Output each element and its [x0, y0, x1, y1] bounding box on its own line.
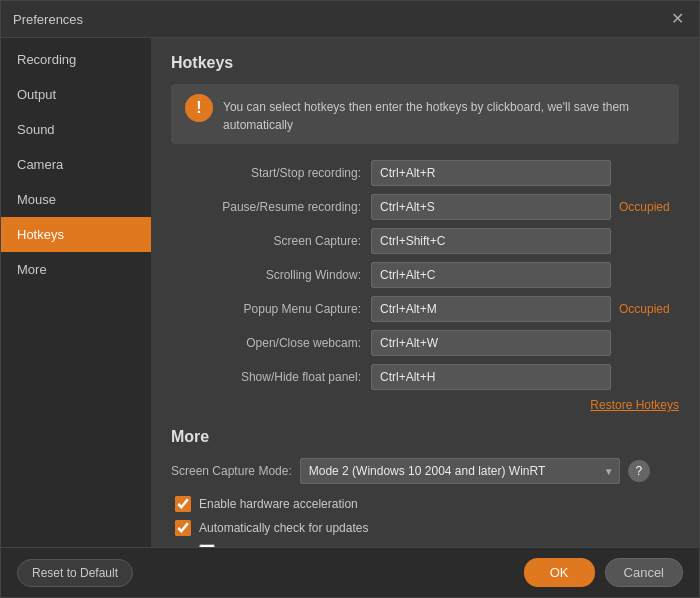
help-button[interactable]: ? [628, 460, 650, 482]
checkbox-hw-accel[interactable] [175, 496, 191, 512]
hotkey-label-float-panel: Show/Hide float panel: [171, 370, 371, 384]
hotkey-input-scrolling-window[interactable] [371, 262, 611, 288]
info-text: You can select hotkeys then enter the ho… [223, 94, 665, 134]
info-icon: ! [185, 94, 213, 122]
cancel-button[interactable]: Cancel [605, 558, 683, 587]
content-area: Hotkeys ! You can select hotkeys then en… [151, 38, 699, 547]
hotkey-input-pause-resume[interactable] [371, 194, 611, 220]
hotkey-label-start-stop: Start/Stop recording: [171, 166, 371, 180]
main-layout: Recording Output Sound Camera Mouse Hotk… [1, 38, 699, 547]
bottom-bar: Reset to Default OK Cancel [1, 547, 699, 597]
preferences-dialog: Preferences ✕ Recording Output Sound Cam… [0, 0, 700, 598]
hotkey-row-screen-capture: Screen Capture: [171, 228, 679, 254]
more-section-title: More [171, 428, 679, 446]
dialog-title: Preferences [13, 12, 83, 27]
hotkey-row-webcam: Open/Close webcam: [171, 330, 679, 356]
hotkey-label-screen-capture: Screen Capture: [171, 234, 371, 248]
sidebar: Recording Output Sound Camera Mouse Hotk… [1, 38, 151, 547]
bottom-right-buttons: OK Cancel [524, 558, 683, 587]
sidebar-item-sound[interactable]: Sound [1, 112, 151, 147]
reset-default-button[interactable]: Reset to Default [17, 559, 133, 587]
screen-capture-mode-row: Screen Capture Mode: Mode 2 (Windows 10 … [171, 458, 679, 484]
info-box: ! You can select hotkeys then enter the … [171, 84, 679, 144]
sidebar-item-hotkeys[interactable]: Hotkeys [1, 217, 151, 252]
sidebar-item-output[interactable]: Output [1, 77, 151, 112]
hotkey-label-pause-resume: Pause/Resume recording: [171, 200, 371, 214]
hotkey-input-float-panel[interactable] [371, 364, 611, 390]
checkbox-auto-check[interactable] [175, 520, 191, 536]
restore-hotkeys-link[interactable]: Restore Hotkeys [171, 398, 679, 412]
hotkey-label-popup-menu: Popup Menu Capture: [171, 302, 371, 316]
sidebar-item-more[interactable]: More [1, 252, 151, 287]
hotkey-row-float-panel: Show/Hide float panel: [171, 364, 679, 390]
hotkey-label-webcam: Open/Close webcam: [171, 336, 371, 350]
hotkey-row-start-stop: Start/Stop recording: [171, 160, 679, 186]
hotkey-row-scrolling-window: Scrolling Window: [171, 262, 679, 288]
hotkey-label-scrolling-window: Scrolling Window: [171, 268, 371, 282]
hotkeys-section-title: Hotkeys [171, 54, 679, 72]
sidebar-item-recording[interactable]: Recording [1, 42, 151, 77]
occupied-popup-menu: Occupied [619, 302, 679, 316]
checkbox-row-hw-accel: Enable hardware acceleration [171, 496, 679, 512]
sidebar-item-mouse[interactable]: Mouse [1, 182, 151, 217]
hotkey-input-screen-capture[interactable] [371, 228, 611, 254]
screen-capture-select[interactable]: Mode 2 (Windows 10 2004 and later) WinRT… [300, 458, 620, 484]
label-hw-accel: Enable hardware acceleration [199, 497, 358, 511]
screen-capture-select-wrapper: Mode 2 (Windows 10 2004 and later) WinRT… [300, 458, 620, 484]
sidebar-item-camera[interactable]: Camera [1, 147, 151, 182]
hotkey-input-webcam[interactable] [371, 330, 611, 356]
ok-button[interactable]: OK [524, 558, 595, 587]
hotkey-row-pause-resume: Pause/Resume recording: Occupied [171, 194, 679, 220]
hotkey-row-popup-menu: Popup Menu Capture: Occupied [171, 296, 679, 322]
screen-capture-mode-label: Screen Capture Mode: [171, 464, 292, 478]
hotkey-input-popup-menu[interactable] [371, 296, 611, 322]
label-auto-check: Automatically check for updates [199, 521, 368, 535]
checkbox-row-auto-check: Automatically check for updates [171, 520, 679, 536]
hotkey-input-start-stop[interactable] [371, 160, 611, 186]
title-bar: Preferences ✕ [1, 1, 699, 38]
occupied-pause-resume: Occupied [619, 200, 679, 214]
close-button[interactable]: ✕ [667, 9, 687, 29]
